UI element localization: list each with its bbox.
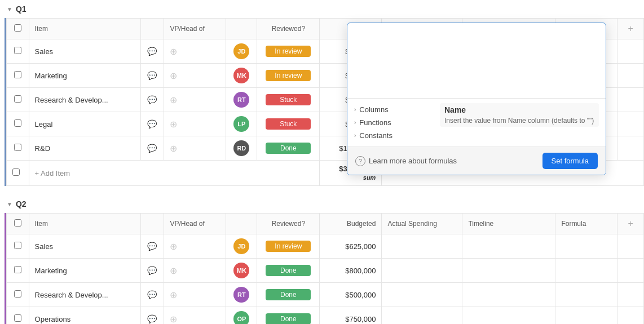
q1-add-column-button[interactable]: + [625, 23, 637, 35]
comment-icon[interactable]: 💬 [147, 95, 157, 104]
functions-option[interactable]: › Functions [354, 116, 433, 129]
comment-cell: 💬 [140, 39, 164, 64]
add-item-checkbox[interactable] [12, 168, 20, 176]
q1-select-all-checkbox[interactable] [14, 24, 21, 32]
formula-hint: Name Insert the value from Name column (… [440, 103, 599, 127]
row-checkbox-cell [7, 234, 29, 259]
q1-col-vp-avatar [226, 19, 257, 39]
status-cell: Done [257, 259, 320, 283]
comment-icon[interactable]: 💬 [147, 290, 157, 299]
add-vp-icon[interactable]: ⊕ [170, 266, 177, 276]
add-vp-icon[interactable]: ⊕ [170, 47, 177, 56]
comment-cell: 💬 [140, 259, 164, 283]
status-badge[interactable]: In review [266, 46, 311, 57]
columns-chevron-icon: › [354, 106, 356, 113]
constants-chevron-icon: › [354, 132, 356, 139]
item-cell: Operations [29, 307, 140, 325]
row-checkbox[interactable] [14, 314, 21, 322]
status-badge[interactable]: Stuck [266, 118, 311, 130]
add-vp-icon[interactable]: ⊕ [170, 290, 177, 300]
status-cell: In review [257, 64, 320, 88]
formula-options-left: › Columns › Functions › Constants [354, 103, 433, 142]
status-badge[interactable]: In review [266, 241, 311, 252]
comment-icon[interactable]: 💬 [147, 314, 157, 323]
main-container: ▼ Q1 Item VP/Head of Reviewed? Budgeted … [0, 0, 644, 324]
status-badge[interactable]: Done [266, 289, 311, 300]
comment-icon[interactable]: 💬 [147, 242, 157, 251]
vp-cell: ⊕ [164, 88, 226, 112]
vp-cell: ⊕ [164, 64, 226, 88]
timeline-cell [462, 283, 555, 307]
budgeted-cell: $500,000 [320, 283, 382, 307]
item-cell: Sales [29, 39, 140, 64]
add-vp-icon[interactable]: ⊕ [170, 242, 177, 251]
item-cell: Research & Develop... [29, 88, 140, 112]
formula-cell [555, 259, 617, 283]
table-row: Sales 💬 ⊕ JD In review $625,000 [7, 234, 644, 259]
actual-cell [382, 307, 462, 325]
row-checkbox[interactable] [14, 144, 21, 151]
avatar: LP [233, 116, 249, 132]
row-checkbox-cell [7, 283, 29, 307]
row-checkbox[interactable] [14, 242, 21, 249]
q1-chevron-icon[interactable]: ▼ [7, 6, 12, 12]
item-cell: Legal [29, 112, 140, 136]
row-checkbox[interactable] [14, 290, 21, 298]
row-checkbox[interactable] [14, 71, 21, 78]
table-row: Research & Develop... 💬 ⊕ RT Done $500,0… [7, 283, 644, 307]
q1-col-checkbox [7, 19, 29, 39]
vp-cell: ⊕ [164, 136, 226, 161]
q2-add-col-header: + [617, 214, 644, 234]
row-checkbox[interactable] [14, 119, 21, 127]
row-checkbox[interactable] [14, 266, 21, 273]
status-badge[interactable]: In review [266, 70, 311, 81]
extra-col-cell [617, 88, 644, 112]
comment-icon[interactable]: 💬 [147, 266, 157, 275]
table-row: Marketing 💬 ⊕ MK Done $800,000 [7, 259, 644, 283]
add-vp-icon[interactable]: ⊕ [170, 144, 177, 153]
actual-cell [382, 259, 462, 283]
formula-editor [347, 23, 606, 99]
q2-col-vp: VP/Head of [164, 214, 226, 234]
status-badge[interactable]: Done [266, 313, 311, 324]
avatar-cell: MK [226, 64, 257, 88]
comment-icon[interactable]: 💬 [147, 47, 157, 56]
q2-col-comment [140, 214, 164, 234]
set-formula-button[interactable]: Set formula [542, 153, 598, 169]
comment-icon[interactable]: 💬 [147, 71, 157, 80]
add-item-cell[interactable]: + Add Item [29, 161, 320, 186]
comment-cell: 💬 [140, 283, 164, 307]
add-vp-icon[interactable]: ⊕ [170, 119, 177, 129]
q2-select-all-checkbox[interactable] [14, 219, 21, 227]
q2-add-column-button[interactable]: + [625, 218, 637, 230]
formula-input[interactable] [353, 29, 600, 91]
comment-icon[interactable]: 💬 [147, 144, 157, 153]
avatar-cell: RD [226, 136, 257, 161]
extra-col-cell [617, 259, 644, 283]
add-vp-icon[interactable]: ⊕ [170, 314, 177, 324]
status-cell: Done [257, 307, 320, 325]
status-badge[interactable]: Stuck [266, 94, 311, 105]
comment-icon[interactable]: 💬 [147, 119, 157, 128]
status-badge[interactable]: Done [266, 265, 311, 276]
timeline-cell [462, 259, 555, 283]
add-vp-icon[interactable]: ⊕ [170, 95, 177, 105]
row-checkbox[interactable] [14, 95, 21, 103]
columns-option[interactable]: › Columns [354, 103, 433, 116]
extra-col-cell [617, 283, 644, 307]
avatar-cell: LP [226, 112, 257, 136]
row-checkbox-cell [7, 39, 29, 64]
row-checkbox[interactable] [14, 47, 21, 54]
add-item-checkbox-cell [7, 161, 29, 186]
status-badge[interactable]: Done [266, 143, 311, 154]
item-cell: Marketing [29, 64, 140, 88]
add-vp-icon[interactable]: ⊕ [170, 71, 177, 81]
avatar: OP [233, 311, 249, 324]
learn-more-link[interactable]: ? Learn more about formulas [355, 156, 457, 166]
q2-col-actual: Actual Spending [382, 214, 462, 234]
q2-chevron-icon[interactable]: ▼ [7, 201, 12, 207]
extra-col-cell [617, 307, 644, 325]
extra-col-cell [617, 136, 644, 161]
constants-option[interactable]: › Constants [354, 129, 433, 142]
vp-cell: ⊕ [164, 259, 226, 283]
